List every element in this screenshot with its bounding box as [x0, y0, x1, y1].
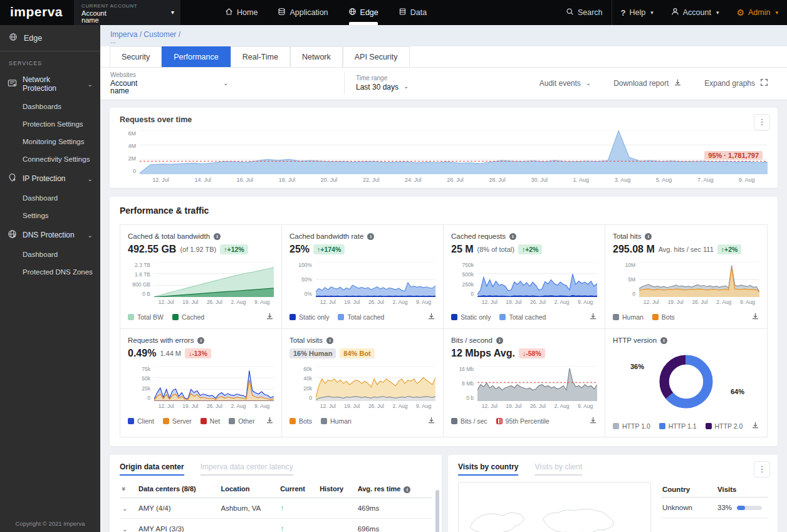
- info-icon[interactable]: i: [367, 233, 374, 240]
- collapse-all-icon[interactable]: »: [120, 487, 128, 491]
- y-axis-labels: 10M5M0: [613, 262, 639, 297]
- sidebar-item-connectivity-settings[interactable]: Connectivity Settings: [0, 150, 100, 168]
- tab-performance[interactable]: Performance: [162, 46, 231, 67]
- legend-swatch: [128, 418, 134, 424]
- tab-real-time[interactable]: Real-Time: [231, 46, 290, 67]
- info-icon[interactable]: i: [645, 233, 652, 240]
- nav-item-home[interactable]: Home: [215, 0, 268, 25]
- tab-api-security[interactable]: API Security: [343, 46, 410, 67]
- person-icon: [671, 8, 679, 18]
- metric-card-5: Requests with errorsi0.49%1.44 M↓-13%75k…: [120, 329, 282, 437]
- download-icon[interactable]: [266, 415, 274, 427]
- sidebar-item-ip-dashboard[interactable]: Dashboard: [0, 189, 100, 207]
- chart-legend: BotsHuman: [289, 417, 352, 425]
- download-icon[interactable]: [751, 311, 759, 323]
- legend-label: Total cached: [509, 313, 546, 321]
- x-tick-label: 12. Jul: [482, 403, 498, 409]
- visits-column-header[interactable]: Visits: [717, 486, 736, 493]
- status-up-arrow-icon: ↑: [280, 504, 284, 513]
- legend-swatch: [163, 418, 169, 424]
- info-icon[interactable]: i: [660, 337, 667, 344]
- sidebar-group-network-protection[interactable]: Network Protection ⌄: [0, 70, 100, 98]
- info-icon[interactable]: i: [509, 233, 516, 240]
- metric-suffix: (8% of total): [477, 246, 514, 253]
- legend-label: Human: [622, 313, 644, 321]
- expand-graphs-button[interactable]: Expand graphs: [696, 73, 777, 93]
- y-tick-label: 16 Mb: [459, 366, 474, 372]
- current-account-selector[interactable]: CURRENT ACCOUNT Account name ▾: [74, 0, 180, 25]
- sidebar-item-dns-dashboard[interactable]: Dashboard: [0, 246, 100, 263]
- tab-network[interactable]: Network: [290, 46, 343, 67]
- filter-actions: Audit events ⌄ Download report Expand gr…: [531, 73, 777, 93]
- download-icon[interactable]: [427, 415, 435, 427]
- metric-value: 25%: [289, 244, 310, 255]
- sidebar-item-dashboards[interactable]: Dashboards: [0, 98, 100, 115]
- info-icon[interactable]: i: [326, 337, 333, 344]
- sidebar-root-edge[interactable]: Edge: [0, 25, 100, 51]
- download-icon[interactable]: [266, 311, 274, 323]
- help-menu[interactable]: ? Help ▾: [612, 0, 662, 25]
- tab-visits-by-client[interactable]: Visits by client: [534, 462, 582, 476]
- info-icon[interactable]: i: [197, 337, 204, 344]
- download-icon[interactable]: [589, 311, 597, 323]
- legend-item: Bots: [289, 417, 312, 425]
- legend-item: Static only: [289, 313, 329, 321]
- visits-table: Country Visits Unknown33%: [661, 482, 768, 532]
- download-icon[interactable]: [751, 420, 759, 432]
- websites-filter[interactable]: Websites Account name⌄: [110, 71, 333, 95]
- legend-swatch: [338, 314, 344, 320]
- chart-legend: Static onlyTotal cached: [451, 313, 546, 321]
- x-axis-labels: 12. Jul19. Jul26. Jul2. Aug9. Aug: [316, 297, 435, 305]
- metric-title: Bits / second: [451, 336, 493, 344]
- x-tick-label: 9. Aug: [254, 299, 269, 305]
- nav-item-application[interactable]: Application: [268, 0, 338, 25]
- nav-item-edge[interactable]: Edge: [338, 0, 388, 25]
- info-icon[interactable]: i: [214, 233, 221, 240]
- country-column-header[interactable]: Country: [662, 486, 717, 493]
- sidebar-section-services: SERVICES: [0, 51, 100, 70]
- metric-card-4: Total hitsi295.08 MAvg. hits / sec 111↑+…: [605, 225, 767, 329]
- x-tick-label: 19. Jul: [668, 299, 684, 305]
- legend-item: 95th Percentile: [496, 417, 550, 425]
- download-icon[interactable]: [589, 415, 597, 427]
- chevron-down-icon: ⌄: [404, 83, 409, 91]
- account-menu[interactable]: Account ▾: [662, 0, 728, 25]
- sidebar-group-ip-protection[interactable]: IP Protection ⌄: [0, 168, 100, 189]
- sidebar-item-monitoring-settings[interactable]: Monitoring Settings: [0, 133, 100, 150]
- audit-events-dropdown[interactable]: Audit events ⌄: [531, 74, 600, 93]
- tab-security[interactable]: Security: [110, 46, 162, 67]
- metric-title: Total hits: [613, 232, 641, 240]
- scrollbar-thumb[interactable]: [435, 490, 439, 532]
- chevron-down-icon[interactable]: ⌄: [122, 505, 127, 512]
- x-tick-label: 12. Jul: [159, 403, 174, 409]
- kebab-menu-icon[interactable]: ⋮: [754, 461, 770, 477]
- sidebar-item-ip-settings[interactable]: Settings: [0, 207, 100, 224]
- nav-item-data[interactable]: Data: [388, 0, 437, 25]
- tab-origin-data-center[interactable]: Origin data center: [120, 462, 184, 476]
- breadcrumb[interactable]: Imperva / Customer /: [110, 30, 777, 39]
- column-header: Current: [278, 481, 317, 498]
- tab-visits-by-country[interactable]: Visits by country: [458, 462, 518, 476]
- legend-item: Human: [321, 417, 352, 425]
- info-icon[interactable]: i: [404, 486, 410, 493]
- download-icon[interactable]: [427, 311, 435, 323]
- chevron-down-icon[interactable]: ⌄: [122, 526, 127, 532]
- time-range-filter[interactable]: Time range Last 30 days⌄: [356, 75, 409, 91]
- legend-swatch: [321, 418, 327, 424]
- sidebar-group-dns-protection[interactable]: DNS Protection ⌄: [0, 224, 100, 246]
- kebab-menu-icon[interactable]: ⋮: [754, 114, 770, 130]
- admin-menu[interactable]: ⚙ Admin ▾: [727, 0, 787, 25]
- info-icon[interactable]: i: [496, 337, 503, 344]
- sidebar-item-protected-dns-zones[interactable]: Protected DNS Zones: [0, 263, 100, 281]
- home-icon: [225, 8, 233, 18]
- sidebar-item-protection-settings[interactable]: Protection Settings: [0, 115, 100, 133]
- tab-imperva-dc-latency[interactable]: Imperva data center latency: [201, 462, 293, 476]
- search-button[interactable]: Search: [557, 0, 612, 25]
- x-axis-labels: 12. Jul19. Jul26. Jul2. Aug9. Aug: [639, 297, 759, 305]
- x-axis-labels: 12. Jul19. Jul26. Jul2. Aug9. Aug: [477, 297, 597, 305]
- edge-icon: [9, 33, 18, 43]
- legend-label: Static only: [461, 313, 491, 321]
- caret-down-icon: ▾: [716, 9, 719, 16]
- x-tick-label: 9. Aug: [254, 403, 269, 409]
- download-report-button[interactable]: Download report: [605, 73, 691, 93]
